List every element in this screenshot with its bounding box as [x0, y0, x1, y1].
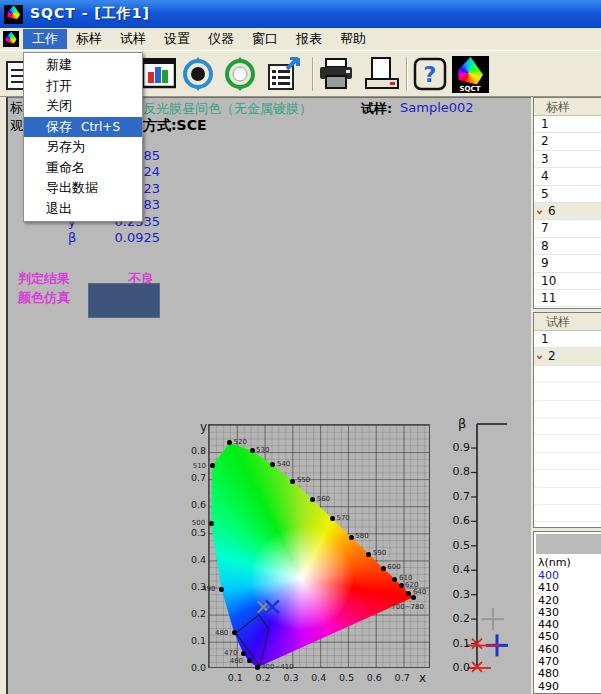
wavelength-label: 480: [215, 629, 228, 637]
standard-row[interactable]: 11: [534, 290, 601, 307]
document-sqct-icon[interactable]: [3, 31, 19, 47]
standard-row[interactable]: 1: [534, 116, 601, 133]
menu-instrument[interactable]: 仪器: [199, 29, 243, 49]
wavelength-label: 590: [373, 549, 386, 557]
spectral-panel-header: [536, 534, 601, 554]
beta-axis-label: β: [458, 416, 466, 431]
menu-item-save[interactable]: 保存Ctrl+S: [24, 117, 142, 138]
chromaticity-chart: y x 400~41046047048049050051052053054055…: [190, 415, 450, 694]
value-number: 24: [143, 164, 160, 179]
app-window: SQCT - [工作1] 工作标样试样设置仪器窗口报表帮助: [0, 0, 601, 694]
wavelength-label: 470: [224, 649, 237, 657]
sample-empty-row: [534, 435, 601, 452]
wavelength-rows: 400410420430440450460470480490: [534, 570, 601, 693]
standard-row[interactable]: 8: [534, 238, 601, 255]
sample-panel-header: 试样: [534, 313, 601, 331]
spectral-locus-point: [366, 552, 371, 557]
row-marker-icon: [537, 209, 543, 215]
wavelength-header: λ(nm): [534, 556, 601, 570]
sample-empty-row: [534, 418, 601, 435]
value-number: 85: [143, 148, 160, 163]
menu-item-open[interactable]: 打开: [24, 76, 142, 97]
value-number: 0.0925: [115, 230, 161, 245]
menu-help[interactable]: 帮助: [331, 29, 375, 49]
standard-row[interactable]: 6: [534, 203, 601, 220]
menu-report[interactable]: 报表: [287, 29, 331, 49]
help-button[interactable]: ?: [412, 56, 448, 92]
wavelength-label: 580: [355, 532, 368, 540]
spectral-locus-point: [255, 665, 260, 670]
standard-row[interactable]: 5: [534, 186, 601, 203]
standard-row-label: 9: [541, 256, 549, 270]
wavelength-label: 460: [230, 657, 243, 665]
x-tick-label: 0.4: [311, 672, 326, 683]
menu-window[interactable]: 窗口: [243, 29, 287, 49]
wavelength-row[interactable]: 490: [534, 681, 601, 693]
standard-row[interactable]: 4: [534, 168, 601, 185]
help-icon: ?: [413, 57, 447, 91]
wavelength-label: 570: [336, 514, 349, 522]
wavelength-row[interactable]: 450: [534, 631, 601, 643]
wavelength-row[interactable]: 410: [534, 582, 601, 594]
standard-row-label: 7: [541, 221, 549, 235]
sample-name: Sample002: [400, 100, 474, 115]
measure-sample-button[interactable]: [222, 56, 258, 92]
x-tick-label: 0.3: [283, 672, 298, 683]
menu-standard[interactable]: 标样: [67, 29, 111, 49]
menu-item-label: 另存为: [46, 139, 85, 154]
sample-rows: 12: [534, 331, 601, 522]
menu-settings[interactable]: 设置: [155, 29, 199, 49]
sample-list-panel: 试样 12: [533, 312, 601, 528]
sample-row[interactable]: 2: [534, 348, 601, 365]
print-button[interactable]: [318, 56, 354, 92]
window-title: SQCT - [工作1]: [30, 5, 150, 23]
standard-row-label: 10: [541, 274, 556, 288]
sample-empty-row: [534, 505, 601, 522]
report-export-button[interactable]: [266, 56, 302, 92]
measure-standard-button[interactable]: [180, 56, 216, 92]
sample-row[interactable]: 1: [534, 331, 601, 348]
y-tick-label: 0.7: [190, 472, 206, 483]
standard-row[interactable]: 2: [534, 133, 601, 150]
wavelength-label: 520: [234, 438, 247, 446]
menu-item-new[interactable]: 新建: [24, 55, 142, 76]
standard-row[interactable]: 9: [534, 255, 601, 272]
menu-bar: 工作标样试样设置仪器窗口报表帮助: [0, 28, 601, 50]
beta-tick-label: 0.7: [450, 490, 470, 503]
sqct-window-button[interactable]: SQCT: [452, 56, 488, 92]
menu-item-rename[interactable]: 重命名: [24, 158, 142, 179]
y-tick-label: 0.8: [190, 445, 206, 456]
menu-item-label: 退出: [46, 201, 72, 216]
menu-work[interactable]: 工作: [23, 29, 67, 49]
standard-row[interactable]: 7: [534, 220, 601, 237]
title-bar[interactable]: SQCT - [工作1]: [0, 0, 601, 28]
menu-item-close[interactable]: 关闭: [24, 96, 142, 117]
chart-view-button[interactable]: [141, 56, 177, 92]
menu-item-exit[interactable]: 退出: [24, 199, 142, 220]
value-label: β: [68, 230, 76, 245]
spectral-locus-point: [250, 448, 255, 453]
menu-item-save-as[interactable]: 另存为: [24, 137, 142, 158]
chart-overlay: [209, 425, 431, 669]
standard-rows: 1234567891011: [534, 116, 601, 307]
sample-row-label: 1: [541, 332, 549, 346]
spectral-locus-point: [210, 463, 215, 468]
sample-empty-row: [534, 401, 601, 418]
menu-sample[interactable]: 试样: [111, 29, 155, 49]
standard-row-label: 1: [541, 117, 549, 131]
wavelength-row[interactable]: 480: [534, 668, 601, 680]
beta-tick-label: 0.6: [450, 514, 470, 527]
standard-row[interactable]: 10: [534, 273, 601, 290]
menu-item-export-data[interactable]: 导出数据: [24, 178, 142, 199]
color-simulation-swatch: [88, 283, 160, 318]
print-preview-button[interactable]: [364, 56, 400, 92]
color-type-text: 反光膜昼间色（无金属镀膜）: [143, 100, 312, 118]
sample-label: 试样:: [361, 100, 392, 118]
beta-tick-label: 0.8: [450, 465, 470, 478]
beta-tick-label: 0.4: [450, 563, 470, 576]
spectral-locus-point: [399, 583, 404, 588]
wavelength-label: 600: [387, 563, 400, 571]
standard-row[interactable]: 3: [534, 151, 601, 168]
spectral-locus-point: [349, 535, 354, 540]
bar-chart-icon: [142, 58, 176, 90]
